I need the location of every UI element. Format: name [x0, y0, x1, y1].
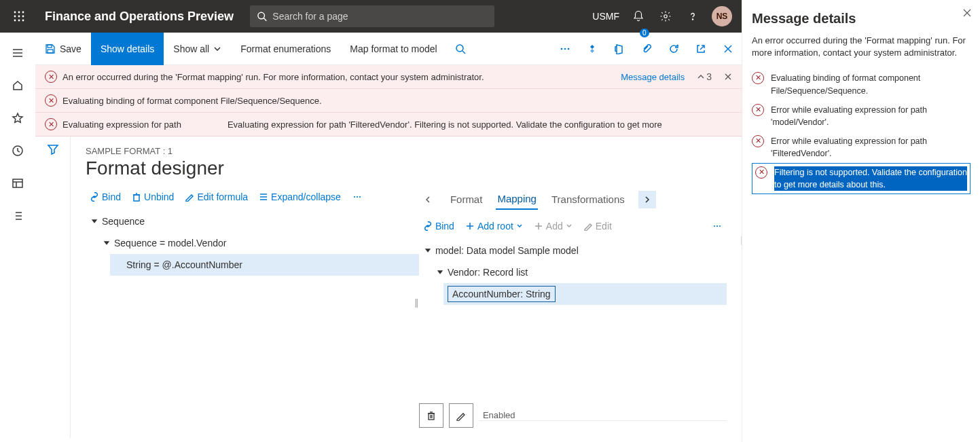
svg-point-32 [568, 48, 570, 50]
tab-transformations[interactable]: Transformations [550, 189, 626, 209]
svg-rect-17 [13, 179, 22, 187]
message-text: Evaluating expression for path [62, 119, 181, 130]
star-icon[interactable] [3, 103, 33, 133]
svg-point-52 [719, 225, 721, 227]
search-input[interactable] [267, 11, 488, 22]
svg-point-2 [22, 12, 24, 14]
search-icon [257, 11, 267, 22]
format-enumerations-button[interactable]: Format enumerations [231, 33, 340, 65]
error-icon: ✕ [45, 71, 57, 83]
search-action-icon[interactable] [447, 33, 474, 65]
global-header: Finance and Operations Preview USMF NS [0, 0, 742, 33]
modules-icon[interactable] [3, 201, 33, 231]
edit-button[interactable]: Edit [579, 218, 616, 234]
refresh-icon[interactable] [660, 33, 687, 65]
tree-row[interactable]: Sequence [86, 210, 419, 232]
svg-line-29 [462, 51, 465, 54]
map-format-to-model-button[interactable]: Map format to model [340, 33, 446, 65]
mapping-pane: Format Mapping Transformations Bind Add … [419, 189, 727, 433]
message-strip-1: ✕ An error occurred during the 'Format m… [35, 65, 742, 89]
svg-point-7 [18, 20, 20, 22]
format-tree-pane: Bind Unbind Edit formula Expand/collapse… [86, 189, 419, 433]
save-button[interactable]: Save [35, 33, 91, 65]
bind-button-right[interactable]: Bind [419, 218, 458, 234]
diamond-icon[interactable] [579, 33, 606, 65]
popout-icon[interactable] [687, 33, 714, 65]
left-overflow-icon[interactable] [348, 189, 367, 205]
message-details-panel: Message details An error occurred during… [742, 0, 980, 442]
tree-row-selected[interactable]: AccountNumber: String [443, 283, 727, 305]
svg-point-3 [14, 16, 16, 18]
svg-point-0 [14, 12, 16, 14]
dismiss-messages-button[interactable] [724, 73, 732, 81]
bind-button[interactable]: Bind [86, 189, 125, 205]
add-button[interactable]: Add [530, 218, 577, 234]
close-panel-icon[interactable] [962, 8, 972, 18]
close-page-icon[interactable] [714, 33, 742, 65]
filter-icon[interactable] [47, 143, 59, 438]
panel-error-item[interactable]: ✕Error while evaluating expression for p… [752, 100, 970, 132]
show-details-button[interactable]: Show details [91, 33, 164, 65]
tab-next-icon[interactable] [638, 191, 656, 208]
edit-formula-button[interactable]: Edit formula [181, 189, 252, 205]
tab-mapping[interactable]: Mapping [496, 189, 538, 210]
content-area: ✕ An error occurred during the 'Format m… [35, 65, 742, 442]
tree-row[interactable]: Vendor: Record list [431, 261, 727, 283]
panel-description: An error occurred during the 'Format map… [752, 35, 970, 59]
avatar[interactable]: NS [712, 6, 732, 26]
panel-error-item[interactable]: ✕Evaluating binding of format component … [752, 69, 970, 100]
expand-collapse-button[interactable]: Expand/collapse [255, 189, 345, 205]
error-icon: ✕ [45, 118, 57, 130]
tree-row[interactable]: model: Data model Sample model [419, 240, 727, 261]
svg-point-1 [18, 12, 20, 14]
message-text-extra: Evaluating expression for path 'Filtered… [228, 119, 662, 130]
svg-point-12 [692, 19, 693, 20]
message-text: Evaluating binding of format component F… [62, 96, 322, 106]
edit-bottom-button[interactable] [449, 403, 473, 428]
panel-error-item[interactable]: ✕Error while evaluating expression for p… [752, 132, 970, 163]
tree-row-selected[interactable]: String = @.AccountNumber [110, 254, 419, 276]
help-icon[interactable] [679, 0, 706, 33]
svg-rect-27 [48, 50, 53, 53]
add-root-button[interactable]: Add root [461, 218, 527, 234]
home-icon[interactable] [3, 71, 33, 100]
bell-icon[interactable] [625, 0, 652, 33]
unbind-button[interactable]: Unbind [128, 189, 178, 205]
show-all-button[interactable]: Show all [164, 33, 231, 65]
splitter-handle[interactable]: ‖ [414, 297, 420, 308]
search-box[interactable] [250, 5, 494, 27]
svg-point-44 [357, 196, 358, 198]
svg-point-43 [354, 196, 355, 198]
svg-point-11 [664, 15, 668, 18]
app-launcher-icon[interactable] [4, 0, 34, 33]
svg-rect-26 [48, 45, 52, 48]
workspace-icon[interactable] [3, 168, 33, 198]
svg-point-9 [258, 12, 265, 19]
tab-prev-icon[interactable] [419, 191, 437, 208]
panel-title: Message details [752, 11, 970, 26]
left-nav-rail [0, 33, 35, 442]
clock-icon[interactable] [3, 136, 33, 166]
legal-entity[interactable]: USMF [587, 11, 625, 22]
attachments-icon[interactable]: 0 [633, 33, 660, 65]
svg-point-51 [716, 225, 718, 227]
svg-point-28 [456, 45, 463, 52]
enabled-field[interactable] [479, 420, 727, 421]
enabled-label: Enabled [483, 410, 727, 420]
right-overflow-icon[interactable] [708, 218, 727, 234]
filter-column [35, 136, 71, 438]
action-bar: Save Show details Show all Format enumer… [35, 33, 742, 65]
office-icon[interactable] [606, 33, 633, 65]
message-details-link[interactable]: Message details [621, 72, 685, 82]
collapse-messages-button[interactable]: 3 [697, 71, 712, 82]
svg-point-8 [22, 20, 24, 22]
panel-error-item-active[interactable]: ✕Filtering is not supported. Validate th… [752, 163, 970, 194]
delete-button[interactable] [419, 403, 443, 428]
attachment-badge: 0 [640, 29, 649, 37]
tab-format[interactable]: Format [449, 189, 484, 209]
hamburger-icon[interactable] [3, 38, 33, 68]
gear-icon[interactable] [652, 0, 679, 33]
tree-row[interactable]: Sequence = model.Vendor [98, 232, 419, 254]
overflow-icon[interactable] [551, 33, 579, 65]
svg-point-31 [564, 48, 566, 50]
